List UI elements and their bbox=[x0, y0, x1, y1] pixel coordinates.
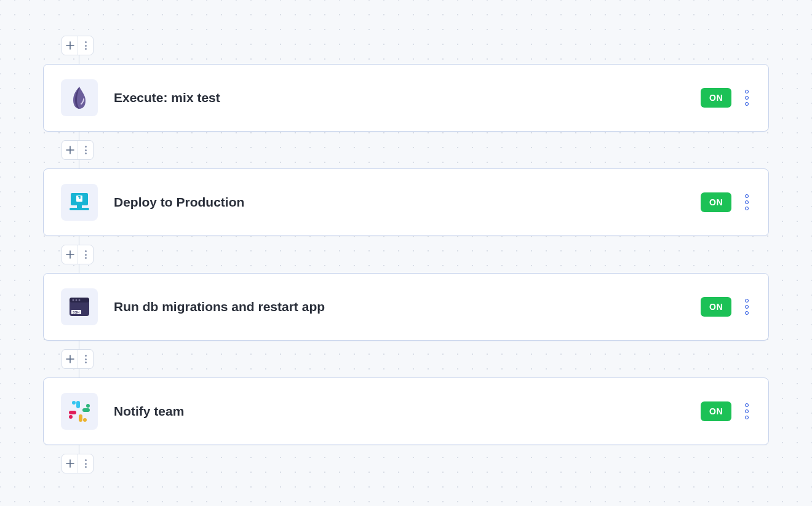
svg-point-15 bbox=[86, 404, 90, 408]
step-menu-button[interactable] bbox=[742, 296, 751, 317]
step-menu-button[interactable] bbox=[742, 192, 751, 213]
step-toggle[interactable]: ON bbox=[701, 297, 731, 317]
add-step-more-button[interactable] bbox=[78, 350, 93, 368]
svg-point-17 bbox=[83, 418, 87, 422]
step-title: Notify team bbox=[114, 404, 701, 419]
add-step-button[interactable] bbox=[62, 454, 78, 473]
menu-dot-icon bbox=[745, 409, 749, 413]
add-step-button-group bbox=[62, 245, 94, 264]
more-vertical-icon bbox=[85, 250, 87, 259]
step-title: Deploy to Production bbox=[114, 195, 701, 210]
add-step-row bbox=[62, 140, 769, 160]
menu-dot-icon bbox=[745, 90, 749, 93]
menu-dot-icon bbox=[745, 311, 749, 315]
step-title: Execute: mix test bbox=[114, 90, 701, 105]
pipeline-step-card[interactable]: SSH Run db migrations and restart app ON bbox=[43, 273, 769, 341]
deploy-icon bbox=[67, 191, 92, 214]
menu-dot-icon bbox=[745, 299, 749, 302]
svg-rect-14 bbox=[82, 408, 90, 412]
add-step-row bbox=[62, 245, 769, 264]
menu-dot-icon bbox=[745, 200, 749, 204]
more-vertical-icon bbox=[85, 459, 87, 468]
add-step-button-group bbox=[62, 454, 94, 473]
step-icon-container bbox=[61, 393, 98, 430]
more-vertical-icon bbox=[85, 355, 87, 363]
step-menu-button[interactable] bbox=[742, 401, 751, 422]
pipeline-step-card[interactable]: Execute: mix test ON bbox=[43, 64, 769, 132]
add-step-more-button[interactable] bbox=[78, 454, 93, 473]
add-step-button-group bbox=[62, 140, 94, 160]
step-menu-button[interactable] bbox=[742, 87, 751, 108]
plus-icon bbox=[66, 41, 74, 50]
step-icon-container bbox=[61, 184, 98, 221]
menu-dot-icon bbox=[745, 96, 749, 100]
add-step-button[interactable] bbox=[62, 36, 78, 55]
plus-icon bbox=[66, 146, 74, 154]
plus-icon bbox=[66, 250, 74, 259]
slack-icon bbox=[68, 400, 91, 423]
add-step-row bbox=[62, 454, 769, 473]
pipeline-container: Execute: mix test ON bbox=[0, 0, 812, 506]
svg-point-9 bbox=[79, 299, 81, 301]
add-step-more-button[interactable] bbox=[78, 141, 93, 159]
step-toggle[interactable]: ON bbox=[701, 192, 731, 212]
menu-dot-icon bbox=[745, 403, 749, 407]
svg-text:SSH: SSH bbox=[73, 310, 79, 314]
add-step-more-button[interactable] bbox=[78, 245, 93, 264]
step-icon-container bbox=[61, 79, 98, 116]
svg-point-7 bbox=[73, 299, 74, 301]
step-title: Run db migrations and restart app bbox=[114, 299, 701, 314]
add-step-more-button[interactable] bbox=[78, 36, 93, 55]
more-vertical-icon bbox=[85, 146, 87, 154]
add-step-button-group bbox=[62, 349, 94, 369]
pipeline-step-card[interactable]: Notify team ON bbox=[43, 378, 769, 445]
svg-point-19 bbox=[69, 415, 73, 419]
more-vertical-icon bbox=[85, 41, 87, 50]
elixir-icon bbox=[69, 85, 90, 110]
step-icon-container: SSH bbox=[61, 288, 98, 325]
add-step-row bbox=[62, 349, 769, 369]
svg-rect-18 bbox=[69, 411, 76, 414]
svg-point-8 bbox=[76, 299, 78, 301]
menu-dot-icon bbox=[745, 416, 749, 419]
add-step-button[interactable] bbox=[62, 350, 78, 368]
svg-point-13 bbox=[72, 401, 76, 405]
menu-dot-icon bbox=[745, 102, 749, 106]
plus-icon bbox=[66, 459, 74, 468]
add-step-row bbox=[62, 36, 769, 55]
add-step-button-group bbox=[62, 36, 94, 55]
step-toggle[interactable]: ON bbox=[701, 88, 731, 108]
svg-rect-2 bbox=[70, 208, 89, 210]
step-toggle[interactable]: ON bbox=[701, 401, 731, 421]
svg-rect-16 bbox=[79, 414, 82, 422]
add-step-button[interactable] bbox=[62, 245, 78, 264]
menu-dot-icon bbox=[745, 305, 749, 309]
svg-rect-12 bbox=[76, 401, 80, 408]
menu-dot-icon bbox=[745, 207, 749, 210]
plus-icon bbox=[66, 355, 74, 363]
svg-rect-4 bbox=[78, 196, 81, 197]
add-step-button[interactable] bbox=[62, 141, 78, 159]
pipeline-step-card[interactable]: Deploy to Production ON bbox=[43, 168, 769, 236]
menu-dot-icon bbox=[745, 194, 749, 198]
ssh-terminal-icon: SSH bbox=[67, 295, 92, 318]
svg-rect-1 bbox=[77, 205, 82, 208]
